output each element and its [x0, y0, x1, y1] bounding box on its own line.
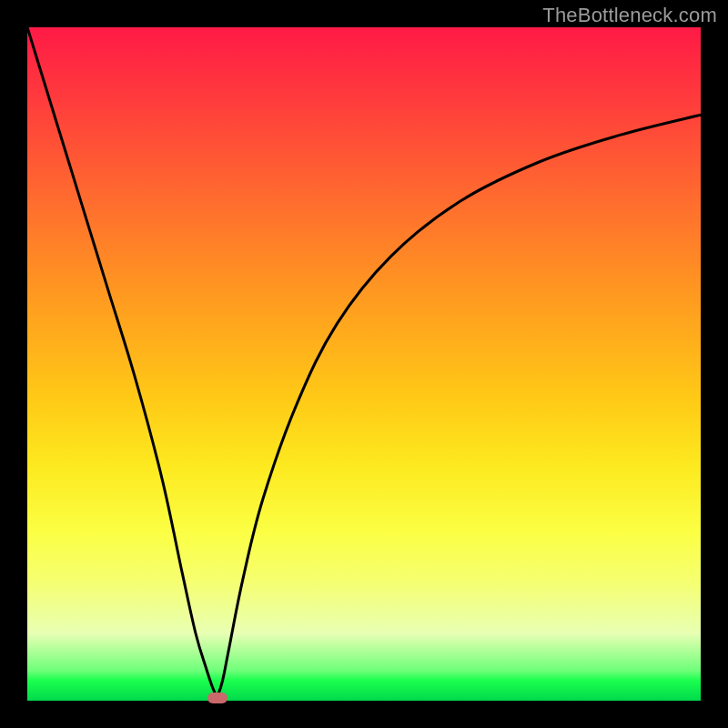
bottleneck-curve-right	[217, 115, 701, 697]
watermark-text: TheBottleneck.com	[542, 4, 717, 27]
chart-frame: TheBottleneck.com	[0, 0, 728, 728]
bottleneck-curve-left	[27, 27, 217, 697]
optimum-marker	[207, 693, 228, 703]
plot-area	[27, 27, 701, 701]
curve-svg	[27, 27, 701, 701]
